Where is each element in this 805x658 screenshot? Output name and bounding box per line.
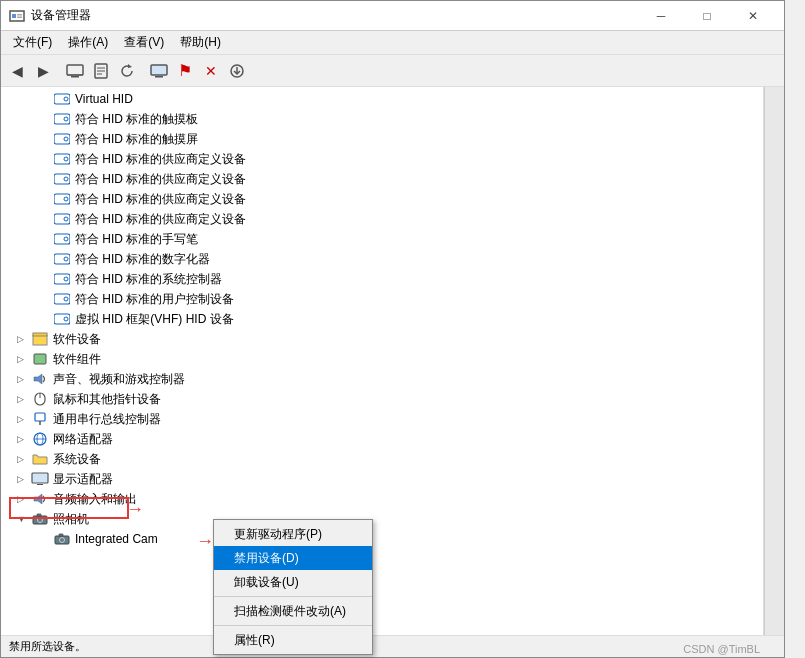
- tree-item-label: 音频输入和输出: [53, 491, 137, 508]
- tree-item[interactable]: ▷鼠标和其他指针设备: [1, 389, 763, 409]
- context-menu-separator: [214, 596, 372, 597]
- tree-item[interactable]: ▼照相机: [1, 509, 763, 529]
- device-icon: [53, 212, 71, 226]
- device-icon: [53, 132, 71, 146]
- close-button[interactable]: ✕: [730, 1, 776, 31]
- expander-icon[interactable]: ▷: [17, 414, 31, 424]
- tree-item[interactable]: 符合 HID 标准的供应商定义设备: [1, 189, 763, 209]
- menu-bar: 文件(F) 操作(A) 查看(V) 帮助(H): [1, 31, 784, 55]
- tree-item[interactable]: ▷显示适配器: [1, 469, 763, 489]
- svg-rect-13: [155, 76, 163, 78]
- computer-button[interactable]: [63, 59, 87, 83]
- tree-item[interactable]: 符合 HID 标准的用户控制设备: [1, 289, 763, 309]
- device-icon: [31, 512, 49, 526]
- title-controls: ─ □ ✕: [638, 1, 776, 31]
- tree-item-label: 符合 HID 标准的供应商定义设备: [75, 171, 246, 188]
- tree-item-label: 符合 HID 标准的手写笔: [75, 231, 198, 248]
- download-button[interactable]: [225, 59, 249, 83]
- tree-item-label: 虚拟 HID 框架(VHF) HID 设备: [75, 311, 234, 328]
- menu-view[interactable]: 查看(V): [116, 32, 172, 53]
- tree-item[interactable]: ▷网络适配器: [1, 429, 763, 449]
- tree-item[interactable]: ▷系统设备: [1, 449, 763, 469]
- svg-point-18: [64, 97, 68, 101]
- monitor-button[interactable]: [147, 59, 171, 83]
- tree-item-label: 软件设备: [53, 331, 101, 348]
- tree-item[interactable]: 符合 HID 标准的触摸屏: [1, 129, 763, 149]
- device-icon: [53, 232, 71, 246]
- context-menu-item-scan[interactable]: 扫描检测硬件改动(A): [214, 599, 372, 623]
- tree-item[interactable]: Virtual HID: [1, 89, 763, 109]
- expander-icon[interactable]: ▷: [17, 394, 31, 404]
- tree-item-label: 符合 HID 标准的供应商定义设备: [75, 211, 246, 228]
- svg-rect-54: [34, 354, 46, 364]
- minimize-button[interactable]: ─: [638, 1, 684, 31]
- tree-item[interactable]: 符合 HID 标准的数字化器: [1, 249, 763, 269]
- tree-item-label: 照相机: [53, 511, 89, 528]
- device-icon: [53, 532, 71, 546]
- svg-rect-71: [59, 534, 63, 536]
- svg-rect-4: [67, 65, 83, 75]
- svg-rect-3: [17, 16, 22, 18]
- tree-item[interactable]: 符合 HID 标准的系统控制器: [1, 269, 763, 289]
- device-icon: [31, 352, 49, 366]
- device-icon: [53, 272, 71, 286]
- refresh-button[interactable]: [115, 59, 139, 83]
- device-icon: [53, 112, 71, 126]
- device-icon: [31, 432, 49, 446]
- tree-item[interactable]: 符合 HID 标准的触摸板: [1, 109, 763, 129]
- maximize-button[interactable]: □: [684, 1, 730, 31]
- device-icon: [53, 192, 71, 206]
- expander-icon[interactable]: ▷: [17, 334, 31, 344]
- tree-item-label: 符合 HID 标准的供应商定义设备: [75, 151, 246, 168]
- context-menu-item-disable-device[interactable]: 禁用设备(D): [214, 546, 372, 570]
- menu-file[interactable]: 文件(F): [5, 32, 60, 53]
- flag-button[interactable]: ⚑: [173, 59, 197, 83]
- expander-icon[interactable]: ▷: [17, 454, 31, 464]
- expander-icon[interactable]: ▷: [17, 474, 31, 484]
- expander-icon[interactable]: ▷: [17, 354, 31, 364]
- tree-item-label: 鼠标和其他指针设备: [53, 391, 161, 408]
- tree-item-label: Virtual HID: [75, 92, 133, 106]
- properties-button[interactable]: [89, 59, 113, 83]
- tree-item-label: 网络适配器: [53, 431, 113, 448]
- menu-action[interactable]: 操作(A): [60, 32, 116, 53]
- expander-icon[interactable]: ▷: [17, 434, 31, 444]
- tree-item[interactable]: 符合 HID 标准的供应商定义设备: [1, 209, 763, 229]
- context-menu-item-update-driver[interactable]: 更新驱动程序(P): [214, 522, 372, 546]
- expander-icon[interactable]: ▷: [17, 374, 31, 384]
- tree-item[interactable]: 符合 HID 标准的供应商定义设备: [1, 149, 763, 169]
- menu-help[interactable]: 帮助(H): [172, 32, 229, 53]
- context-menu-item-properties[interactable]: 属性(R): [214, 628, 372, 652]
- tree-item-label: 符合 HID 标准的数字化器: [75, 251, 210, 268]
- device-tree[interactable]: Virtual HID符合 HID 标准的触摸板符合 HID 标准的触摸屏符合 …: [1, 87, 764, 637]
- monitor-icon: [150, 64, 168, 78]
- device-icon: [31, 412, 49, 426]
- tree-item[interactable]: ▷通用串行总线控制器: [1, 409, 763, 429]
- delete-button[interactable]: ✕: [199, 59, 223, 83]
- tree-item[interactable]: 符合 HID 标准的手写笔: [1, 229, 763, 249]
- device-icon: [31, 332, 49, 346]
- tree-item[interactable]: 虚拟 HID 框架(VHF) HID 设备: [1, 309, 763, 329]
- title-bar: 设备管理器 ─ □ ✕: [1, 1, 784, 31]
- device-icon: [31, 392, 49, 406]
- tree-item[interactable]: ▷软件组件: [1, 349, 763, 369]
- tree-item[interactable]: 符合 HID 标准的供应商定义设备: [1, 169, 763, 189]
- forward-button[interactable]: ▶: [31, 59, 55, 83]
- tree-item[interactable]: ▷音频输入和输出: [1, 489, 763, 509]
- tree-item[interactable]: ▷声音、视频和游戏控制器: [1, 369, 763, 389]
- tree-item[interactable]: Integrated Cam: [1, 529, 763, 549]
- svg-marker-65: [34, 494, 42, 504]
- right-panel: [764, 87, 784, 637]
- tree-item-label: 符合 HID 标准的系统控制器: [75, 271, 222, 288]
- tree-item[interactable]: ▷软件设备: [1, 329, 763, 349]
- expander-icon[interactable]: ▷: [17, 494, 31, 504]
- expander-icon[interactable]: ▼: [17, 514, 31, 524]
- context-menu-item-uninstall-device[interactable]: 卸载设备(U): [214, 570, 372, 594]
- tree-item-label: 符合 HID 标准的触摸屏: [75, 131, 198, 148]
- svg-rect-68: [37, 514, 41, 516]
- tree-item-label: 显示适配器: [53, 471, 113, 488]
- svg-point-36: [64, 217, 68, 221]
- tree-item-label: 符合 HID 标准的供应商定义设备: [75, 191, 246, 208]
- svg-rect-2: [17, 14, 22, 16]
- back-button[interactable]: ◀: [5, 59, 29, 83]
